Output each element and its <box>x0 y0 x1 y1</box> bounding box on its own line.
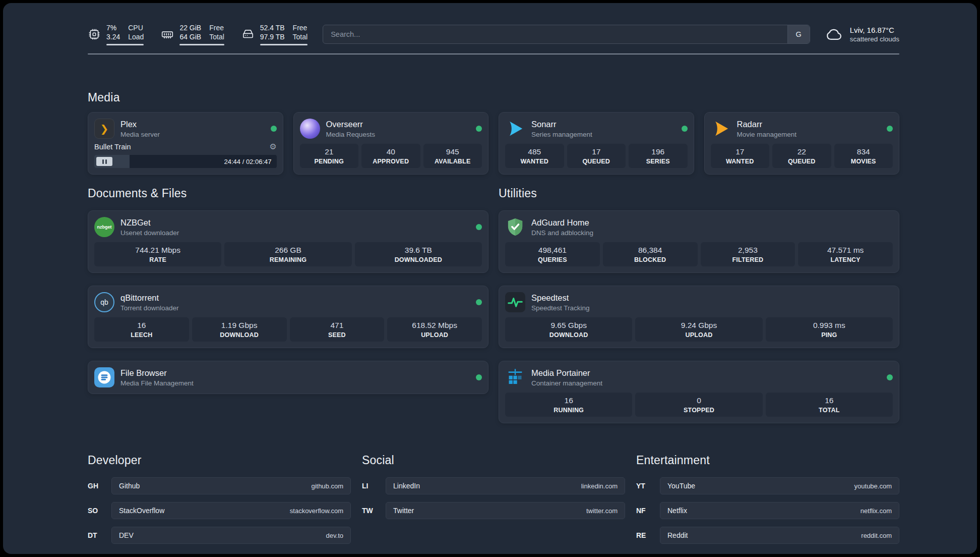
bookmark-abbr: GH <box>88 482 104 490</box>
cpu-label: CPU <box>128 23 144 32</box>
memory-usage-bar <box>179 44 224 45</box>
disk-icon <box>241 28 255 41</box>
app-name: Sonarr <box>531 120 592 129</box>
app-card-nzbget[interactable]: nzbget NZBGet Usenet downloader 744.21 M… <box>88 210 488 273</box>
app-subtitle: Movie management <box>737 131 797 138</box>
section-title-media: Media <box>88 91 899 104</box>
bookmark-row-twitter: TW Twitter twitter.com <box>362 502 625 519</box>
app-card-radarr[interactable]: Radarr Movie management 17 WANTED 22 QUE… <box>704 112 900 175</box>
section-title-social: Social <box>362 454 625 467</box>
bookmark-link-linkedin[interactable]: LinkedIn linkedin.com <box>386 477 625 494</box>
bookmark-group-developer: Developer GH Github github.com SO StackO… <box>88 454 351 544</box>
stat-movies: 834 MOVIES <box>834 144 893 168</box>
app-card-filebrowser[interactable]: File Browser Media File Management <box>88 361 488 394</box>
app-name: AdGuard Home <box>531 218 593 228</box>
app-name: Overseerr <box>326 120 376 129</box>
app-subtitle: Usenet downloader <box>120 229 179 237</box>
app-subtitle: Media File Management <box>120 379 194 387</box>
stat-upload: 9.24 Gbps UPLOAD <box>635 317 762 342</box>
app-name: File Browser <box>120 368 194 378</box>
app-name: NZBGet <box>120 218 179 228</box>
bookmark-link-dev[interactable]: DEV dev.to <box>111 527 351 544</box>
system-metrics: 7% 3.24 CPU Load <box>88 23 308 45</box>
section-title-utilities: Utilities <box>499 187 899 200</box>
search-input[interactable] <box>323 25 810 44</box>
search-engine-button[interactable]: G <box>787 25 810 43</box>
stat-running: 16 RUNNING <box>505 393 632 417</box>
bookmark-link-youtube[interactable]: YouTube youtube.com <box>660 477 899 494</box>
bookmark-row-stackoverflow: SO StackOverflow stackoverflow.com <box>88 502 351 519</box>
app-name: qBittorrent <box>120 293 179 303</box>
status-dot <box>887 374 893 380</box>
bookmark-abbr: LI <box>362 482 378 490</box>
memory-icon <box>161 28 174 41</box>
app-subtitle: Torrent downloader <box>120 304 179 312</box>
app-name: Speedtest <box>531 293 590 303</box>
stat-available: 945 AVAILABLE <box>423 144 482 168</box>
app-card-sonarr[interactable]: Sonarr Series management 485 WANTED 17 Q… <box>499 112 694 175</box>
bookmark-abbr: TW <box>362 507 378 515</box>
stat-approved: 40 APPROVED <box>361 144 420 168</box>
disk-total-label: Total <box>293 32 308 41</box>
pause-button[interactable] <box>96 157 112 166</box>
playback-time: 24:44 / 02:06:47 <box>224 158 272 165</box>
memory-total-label: Total <box>209 32 224 41</box>
stat-wanted: 17 WANTED <box>711 144 770 168</box>
sonarr-icon <box>505 119 525 139</box>
bookmark-link-netflix[interactable]: Netflix netflix.com <box>660 502 899 519</box>
radarr-icon <box>711 119 731 139</box>
app-card-speedtest[interactable]: Speedtest Speedtest Tracking 9.65 Gbps D… <box>499 286 899 348</box>
app-card-adguard[interactable]: AdGuard Home DNS and adblocking 498,461 … <box>499 210 899 273</box>
cloud-icon <box>825 25 843 43</box>
media-card-row: ❯ Plex Media server Bullet Train ⚙ 24:44… <box>88 112 899 175</box>
app-card-portainer[interactable]: Media Portainer Container management 16 … <box>499 361 899 423</box>
disk-total-value: 97.9 TB <box>260 32 285 41</box>
playback-progress-bar[interactable]: 24:44 / 02:06:47 <box>94 155 277 168</box>
stat-queued: 17 QUEUED <box>567 144 626 168</box>
status-dot <box>476 299 482 305</box>
app-card-qbittorrent[interactable]: qb qBittorrent Torrent downloader 16 LEE… <box>88 286 488 348</box>
app-card-overseerr[interactable]: Overseerr Media Requests 21 PENDING 40 A… <box>293 112 489 175</box>
memory-total-value: 64 GiB <box>179 32 201 41</box>
cpu-load-value: 3.24 <box>106 32 120 41</box>
app-name: Radarr <box>737 120 797 129</box>
gear-icon[interactable]: ⚙ <box>269 143 276 151</box>
status-dot <box>476 126 482 132</box>
cpu-widget: 7% 3.24 CPU Load <box>88 23 144 45</box>
bookmark-link-github[interactable]: Github github.com <box>111 477 351 494</box>
bookmark-row-linkedin: LI LinkedIn linkedin.com <box>362 477 625 494</box>
weather-condition: scattered clouds <box>850 35 899 44</box>
weather-widget[interactable]: Lviv, 16.87°C scattered clouds <box>825 25 899 44</box>
overseerr-icon <box>300 119 320 139</box>
speedtest-icon <box>505 292 525 312</box>
stat-leech: 16 LEECH <box>94 317 189 342</box>
cpu-usage-value: 7% <box>106 23 120 32</box>
bookmark-abbr: RE <box>636 531 652 539</box>
qbittorrent-icon: qb <box>94 292 114 312</box>
stat-download: 9.65 Gbps DOWNLOAD <box>505 317 632 342</box>
stat-upload: 618.52 Mbps UPLOAD <box>387 317 482 342</box>
app-card-plex[interactable]: ❯ Plex Media server Bullet Train ⚙ 24:44… <box>88 112 283 175</box>
cpu-icon <box>88 28 101 41</box>
disk-usage-bar <box>260 44 308 45</box>
stat-rate: 744.21 Mbps RATE <box>94 242 221 266</box>
stat-seed: 471 SEED <box>290 317 385 342</box>
status-dot <box>887 126 893 132</box>
search-bar: G <box>323 25 810 44</box>
disk-free-value: 52.4 TB <box>260 23 285 32</box>
bookmark-link-stackoverflow[interactable]: StackOverflow stackoverflow.com <box>111 502 351 519</box>
bookmark-group-social: Social LI LinkedIn linkedin.com TW Twitt… <box>362 454 625 544</box>
bookmark-link-twitter[interactable]: Twitter twitter.com <box>386 502 625 519</box>
nzbget-icon: nzbget <box>94 217 114 237</box>
disk-free-label: Free <box>293 23 308 32</box>
status-dot <box>682 126 688 132</box>
bookmark-row-netflix: NF Netflix netflix.com <box>636 502 899 519</box>
memory-free-value: 22 GiB <box>179 23 201 32</box>
bookmark-link-reddit[interactable]: Reddit reddit.com <box>660 527 899 544</box>
filebrowser-icon <box>94 367 114 387</box>
adguard-icon <box>505 217 525 237</box>
bookmark-row-github: GH Github github.com <box>88 477 351 494</box>
cpu-load-label: Load <box>128 32 144 41</box>
section-title-developer: Developer <box>88 454 351 467</box>
now-playing-title: Bullet Train <box>94 143 131 151</box>
